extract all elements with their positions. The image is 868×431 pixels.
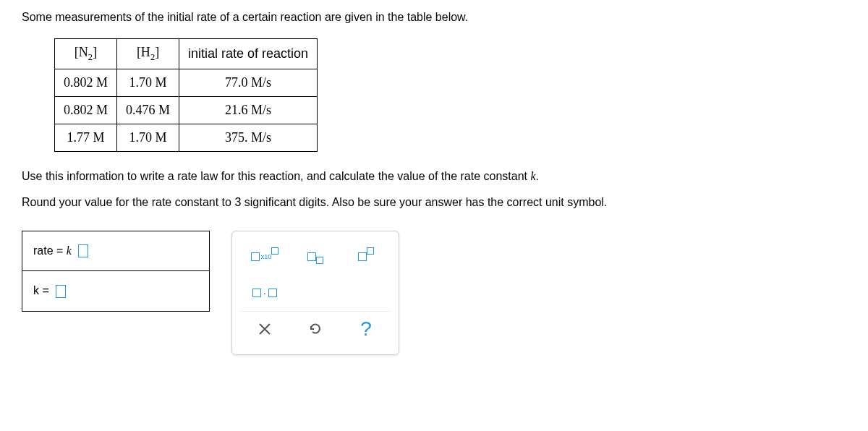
rate-input-box[interactable]: rate = k xyxy=(22,231,210,271)
data-table: [N2] [H2] initial rate of reaction 0.802… xyxy=(54,38,318,152)
header-rate: initial rate of reaction xyxy=(179,39,318,69)
undo-icon xyxy=(308,322,323,336)
question-icon: ? xyxy=(360,317,372,341)
clear-button[interactable] xyxy=(250,317,279,342)
k-placeholder[interactable] xyxy=(56,285,66,298)
intro-text: Some measurements of the initial rate of… xyxy=(22,11,846,24)
k-input-box[interactable]: k = xyxy=(22,270,210,312)
table-row: 0.802 M 1.70 M 77.0 M/s xyxy=(55,69,318,96)
undo-button[interactable] xyxy=(301,317,330,342)
scientific-notation-button[interactable]: x10 xyxy=(250,244,279,269)
table-row: 1.77 M 1.70 M 375. M/s xyxy=(55,124,318,151)
subscript-button[interactable] xyxy=(301,244,330,269)
rate-placeholder[interactable] xyxy=(78,244,88,257)
header-h2: [H2] xyxy=(117,39,179,69)
superscript-button[interactable] xyxy=(352,244,380,269)
instruction-2: Round your value for the rate constant t… xyxy=(22,196,846,209)
table-row: 0.802 M 0.476 M 21.6 M/s xyxy=(55,96,318,124)
close-icon xyxy=(258,323,271,336)
help-button[interactable]: ? xyxy=(352,317,380,342)
tool-panel: x10 · ? xyxy=(231,231,399,355)
dot-operator-button[interactable]: · xyxy=(250,280,279,305)
instruction-1: Use this information to write a rate law… xyxy=(22,170,846,183)
answer-boxes: rate = k k = xyxy=(22,231,210,355)
header-n2: [N2] xyxy=(55,39,117,69)
